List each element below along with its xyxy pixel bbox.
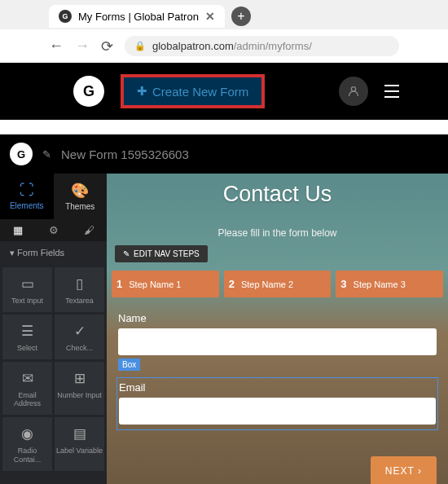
svg-point-0 bbox=[351, 87, 355, 91]
reload-button[interactable]: ⟳ bbox=[101, 37, 113, 55]
create-form-label: Create New Form bbox=[152, 85, 248, 99]
tab-favicon: G bbox=[59, 10, 72, 23]
tile-select[interactable]: ☰ Select bbox=[2, 315, 52, 359]
pencil-icon: ✎ bbox=[123, 249, 130, 258]
label-icon: ▤ bbox=[56, 425, 103, 442]
sub-tab-brush[interactable]: 🖌 bbox=[71, 224, 107, 236]
forward-button[interactable]: → bbox=[75, 37, 90, 55]
form-subtitle[interactable]: Please fill in the form below bbox=[107, 227, 448, 239]
textarea-icon: ▯ bbox=[56, 275, 103, 293]
create-form-button[interactable]: ✚ Create New Form bbox=[121, 74, 265, 108]
url-domain: globalpatron.com bbox=[152, 40, 234, 52]
email-label: Email bbox=[119, 381, 436, 394]
form-name[interactable]: New Form 1595326603 bbox=[61, 147, 189, 161]
edit-nav-steps-button[interactable]: ✎ EDIT NAV STEPS bbox=[115, 245, 208, 262]
name-input[interactable] bbox=[118, 328, 437, 355]
tile-text-input[interactable]: ▭ Text Input bbox=[2, 267, 52, 312]
tab-themes[interactable]: 🎨 Themes bbox=[54, 174, 108, 219]
sub-tab-grid[interactable]: ▦ bbox=[0, 224, 36, 236]
plus-icon: ✚ bbox=[137, 84, 147, 99]
nav-step-3[interactable]: 3 Step Name 3 bbox=[336, 271, 443, 297]
number-icon: ⊞ bbox=[56, 370, 103, 387]
check-icon: ✓ bbox=[56, 323, 103, 340]
sub-tab-gear[interactable]: ⚙ bbox=[36, 224, 72, 236]
tab-themes-label: Themes bbox=[65, 202, 94, 211]
nav-step-2[interactable]: 2 Step Name 2 bbox=[224, 271, 332, 297]
email-icon: ✉ bbox=[4, 370, 51, 387]
tile-textarea[interactable]: ▯ Textarea bbox=[55, 267, 104, 312]
pencil-icon[interactable]: ✎ bbox=[42, 148, 51, 161]
address-bar[interactable]: 🔒 globalpatron.com/admin/myforms/ bbox=[125, 36, 399, 56]
elements-icon: ⛶ bbox=[3, 182, 51, 199]
tile-email[interactable]: ✉ Email Address bbox=[2, 362, 52, 416]
tile-label[interactable]: ▤ Label Variable bbox=[55, 417, 104, 471]
hamburger-menu[interactable] bbox=[384, 85, 399, 98]
nav-step-1[interactable]: 1 Step Name 1 bbox=[112, 271, 219, 297]
tab-elements[interactable]: ⛶ Elements bbox=[0, 174, 54, 219]
browser-tab[interactable]: G My Forms | Global Patron ✕ bbox=[49, 5, 225, 28]
tile-checkbox[interactable]: ✓ Check... bbox=[55, 315, 104, 359]
url-path: /admin/myforms/ bbox=[234, 40, 312, 52]
name-label: Name bbox=[118, 312, 437, 324]
box-badge: Box bbox=[118, 359, 140, 371]
back-button[interactable]: ← bbox=[49, 37, 64, 55]
email-field-selected[interactable]: Email bbox=[116, 377, 438, 430]
user-menu[interactable] bbox=[339, 77, 368, 106]
form-title[interactable]: Contact Us bbox=[107, 174, 448, 207]
new-tab-button[interactable]: + bbox=[231, 7, 251, 26]
editor-logo[interactable]: G bbox=[10, 143, 33, 165]
tile-number[interactable]: ⊞ Number Input bbox=[55, 362, 104, 416]
brand-logo[interactable]: G bbox=[73, 76, 104, 107]
tab-elements-label: Elements bbox=[10, 201, 44, 210]
tile-radio[interactable]: ◉ Radio Contai... bbox=[2, 417, 52, 471]
palette-icon: 🎨 bbox=[57, 182, 104, 200]
form-fields-header[interactable]: Form Fields bbox=[0, 241, 107, 265]
select-icon: ☰ bbox=[4, 323, 51, 340]
lock-icon: 🔒 bbox=[134, 41, 146, 51]
text-input-icon: ▭ bbox=[4, 275, 51, 293]
close-tab-icon[interactable]: ✕ bbox=[205, 10, 215, 23]
email-input[interactable] bbox=[119, 398, 436, 425]
tab-title: My Forms | Global Patron bbox=[78, 11, 199, 23]
next-button[interactable]: NEXT › bbox=[371, 456, 437, 484]
radio-icon: ◉ bbox=[4, 425, 51, 442]
